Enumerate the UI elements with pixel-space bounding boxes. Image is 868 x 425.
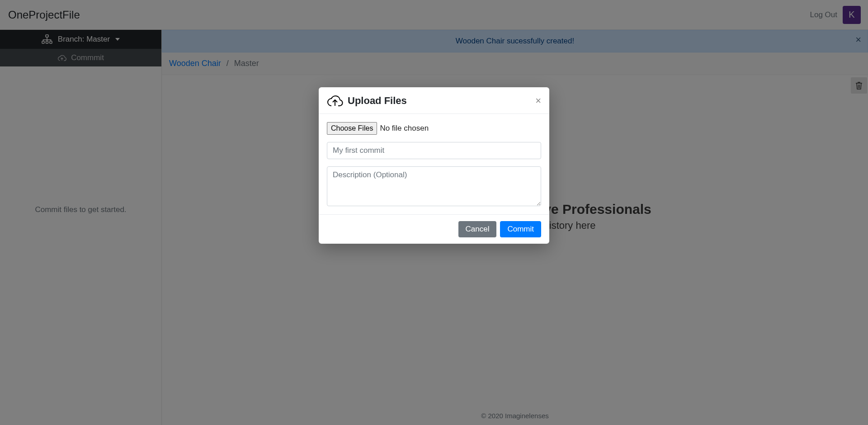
modal-title: Upload Files bbox=[348, 95, 531, 107]
cancel-button[interactable]: Cancel bbox=[458, 221, 497, 237]
modal-header: Upload Files × bbox=[319, 87, 549, 114]
upload-modal: Upload Files × Choose Files No file chos… bbox=[319, 87, 549, 244]
description-input[interactable] bbox=[327, 166, 541, 206]
modal-body: Choose Files No file chosen bbox=[319, 114, 549, 214]
commit-message-input[interactable] bbox=[327, 142, 541, 159]
close-icon: × bbox=[535, 95, 541, 106]
choose-files-button[interactable]: Choose Files bbox=[327, 122, 377, 135]
file-input-row: Choose Files No file chosen bbox=[327, 122, 541, 135]
commit-submit-button[interactable]: Commit bbox=[500, 221, 541, 237]
cloud-upload-icon bbox=[327, 94, 343, 107]
modal-overlay[interactable]: Upload Files × Choose Files No file chos… bbox=[0, 0, 868, 425]
modal-close-button[interactable]: × bbox=[535, 96, 541, 106]
file-chosen-status: No file chosen bbox=[380, 124, 429, 133]
modal-footer: Cancel Commit bbox=[319, 214, 549, 244]
